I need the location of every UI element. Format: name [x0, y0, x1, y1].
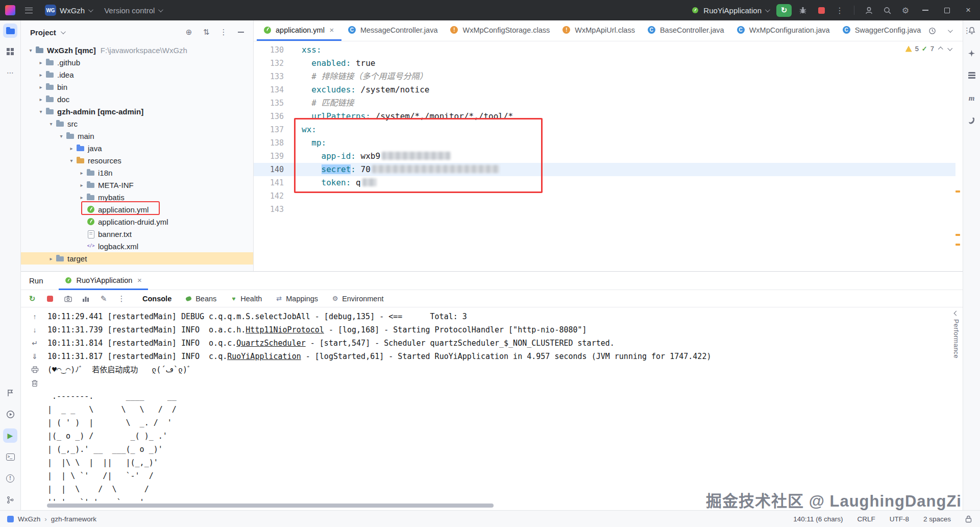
breadcrumb[interactable]: WxGzh gzh-framework	[0, 515, 96, 523]
chevron-right-icon[interactable]	[46, 256, 56, 261]
console-tab-beans[interactable]: Beans	[185, 295, 216, 303]
commit-toolwindow-button[interactable]	[3, 44, 17, 59]
inspections-widget[interactable]: 5 ✓ 7	[905, 45, 951, 53]
tree-item-mybatis[interactable]: mybatis	[21, 191, 253, 203]
version-control-menu[interactable]: Version control	[100, 3, 166, 18]
more-actions-button[interactable]: ⋮	[831, 3, 848, 18]
console-tab-console[interactable]: Console	[142, 295, 172, 303]
chevron-right-icon[interactable]	[36, 60, 45, 65]
heap-dump-button[interactable]	[81, 294, 91, 304]
hide-panel-button[interactable]	[236, 27, 246, 37]
hidden-tabs-button[interactable]	[944, 26, 954, 36]
tree-item-bin[interactable]: bin	[21, 81, 253, 93]
console-link[interactable]: Http11NioProtocol	[246, 325, 324, 334]
scroll-down-button[interactable]: ↓	[30, 325, 39, 334]
services-toolwindow-button[interactable]	[3, 407, 17, 421]
user-button[interactable]	[861, 3, 877, 18]
chevron-right-icon[interactable]	[77, 195, 86, 200]
tree-item-java[interactable]: java	[21, 142, 253, 154]
breadcrumb-project[interactable]: WxGzh	[18, 515, 40, 523]
clear-console-button[interactable]	[30, 378, 39, 388]
project-widget[interactable]: WG WxGzh	[40, 3, 96, 18]
rerun-button[interactable]: ↻	[776, 4, 792, 17]
edit-configuration-button[interactable]: ✎	[99, 294, 109, 304]
ai-assistant-button[interactable]	[965, 46, 979, 60]
chevron-down-icon[interactable]	[57, 133, 66, 139]
breadcrumb-module[interactable]: gzh-framework	[51, 515, 96, 523]
git-toolwindow-button[interactable]	[3, 493, 17, 507]
chevron-right-icon[interactable]	[36, 97, 45, 102]
problems-toolwindow-button[interactable]: !	[3, 471, 17, 486]
print-button[interactable]	[30, 365, 39, 374]
editor-tab-wxmpconfiguration-java[interactable]: WxMpConfiguration.java	[730, 20, 836, 41]
debug-button[interactable]	[795, 3, 811, 18]
tree-item-wxgzh-qmc[interactable]: WxGzh [qmc]F:\javaworkspace\WxGzh	[21, 44, 253, 56]
file-encoding[interactable]: UTF-8	[890, 515, 909, 523]
tab-options-button[interactable]: ⋮	[962, 26, 972, 36]
tree-item-src[interactable]: src	[21, 117, 253, 130]
tree-item-resources[interactable]: resources	[21, 154, 253, 166]
console-tab-health[interactable]: Health	[230, 295, 262, 303]
console-link[interactable]: QuartzScheduler	[236, 339, 305, 348]
rerun-application-button[interactable]: ↻	[27, 294, 37, 304]
performance-side-tab[interactable]: Performance	[950, 312, 962, 358]
run-configuration-widget[interactable]: RuoYiApplication	[686, 3, 773, 18]
editor-tab-messagecontroller-java[interactable]: MessageController.java	[341, 20, 444, 41]
tree-item-i18n[interactable]: i18n	[21, 166, 253, 179]
tree-item-logback-xml[interactable]: logback.xml	[21, 240, 253, 252]
panel-options-button[interactable]: ⋮	[218, 27, 229, 37]
run-tab-ruoyiapplication[interactable]: RuoYiApplication	[59, 272, 149, 290]
main-menu-button[interactable]	[20, 3, 37, 18]
tree-item-application-druid-yml[interactable]: application-druid.yml	[21, 215, 253, 228]
console-tab-environment[interactable]: Environment	[331, 295, 383, 303]
chevron-right-icon[interactable]	[67, 146, 76, 151]
editor-tab-wxmpapiurl-class[interactable]: WxMpApiUrl.class	[556, 20, 641, 41]
scroll-up-button[interactable]: ↑	[30, 312, 39, 321]
tree-item-idea[interactable]: .idea	[21, 68, 253, 81]
chevron-down-icon[interactable]	[61, 29, 66, 34]
scrollbar-warning-mark[interactable]	[955, 244, 960, 246]
chevron-down-icon[interactable]	[67, 158, 76, 163]
gradle-button[interactable]	[965, 113, 979, 128]
thread-dump-button[interactable]	[63, 294, 73, 304]
tree-item-doc[interactable]: doc	[21, 93, 253, 105]
chevron-down-icon[interactable]	[36, 109, 45, 114]
tree-item-target[interactable]: target	[21, 252, 253, 265]
indent-setting[interactable]: 2 spaces	[923, 515, 951, 523]
run-toolwindow-button[interactable]: ▶	[3, 428, 17, 443]
tree-item-application-yml[interactable]: application.yml	[21, 203, 253, 215]
tree-item-github[interactable]: .github	[21, 56, 253, 68]
chevron-down-icon[interactable]	[26, 47, 35, 53]
console-tab-mappings[interactable]: Mappings	[275, 295, 318, 303]
close-button[interactable]: ×	[959, 0, 978, 20]
chevron-right-icon[interactable]	[36, 72, 45, 78]
stop-process-button[interactable]	[45, 294, 55, 304]
tree-item-gzh-admin-qmc-admin[interactable]: gzh-admin [qmc-admin]	[21, 105, 253, 117]
bookmarks-toolwindow-button[interactable]	[3, 386, 17, 400]
settings-button[interactable]: ⚙	[897, 3, 914, 18]
stop-button[interactable]	[813, 3, 829, 18]
line-separator[interactable]: CRLF	[857, 515, 875, 523]
tree-item-meta-inf[interactable]: META-INF	[21, 179, 253, 191]
expand-collapse-button[interactable]: ⇅	[201, 27, 211, 37]
editor-tab-application-yml[interactable]: application.yml	[257, 20, 341, 41]
editor-body[interactable]: 130132133134135136137138139140141142143 …	[254, 41, 963, 271]
editor-tab-basecontroller-java[interactable]: BaseController.java	[641, 20, 730, 41]
maven-button[interactable]: m	[965, 91, 979, 105]
close-tab-icon[interactable]	[136, 277, 143, 284]
project-toolwindow-button[interactable]	[3, 23, 17, 38]
locate-file-button[interactable]: ⊕	[184, 27, 194, 37]
project-panel-title[interactable]: Project	[30, 28, 56, 37]
console-horizontal-scrollbar[interactable]	[47, 504, 494, 508]
editor-tab-swaggerconfig-java[interactable]: SwaggerConfig.java	[836, 20, 927, 41]
more-toolwindows-button[interactable]: ⋯	[3, 65, 17, 80]
recent-files-button[interactable]	[927, 26, 937, 36]
soft-wrap-button[interactable]: ↵	[30, 339, 39, 348]
tree-item-main[interactable]: main	[21, 130, 253, 142]
chevron-right-icon[interactable]	[36, 84, 45, 90]
scrollbar-warning-mark[interactable]	[955, 190, 960, 193]
database-button[interactable]	[965, 68, 979, 83]
maximize-button[interactable]	[937, 0, 957, 20]
chevron-right-icon[interactable]	[77, 170, 86, 176]
readonly-toggle[interactable]	[965, 515, 972, 523]
